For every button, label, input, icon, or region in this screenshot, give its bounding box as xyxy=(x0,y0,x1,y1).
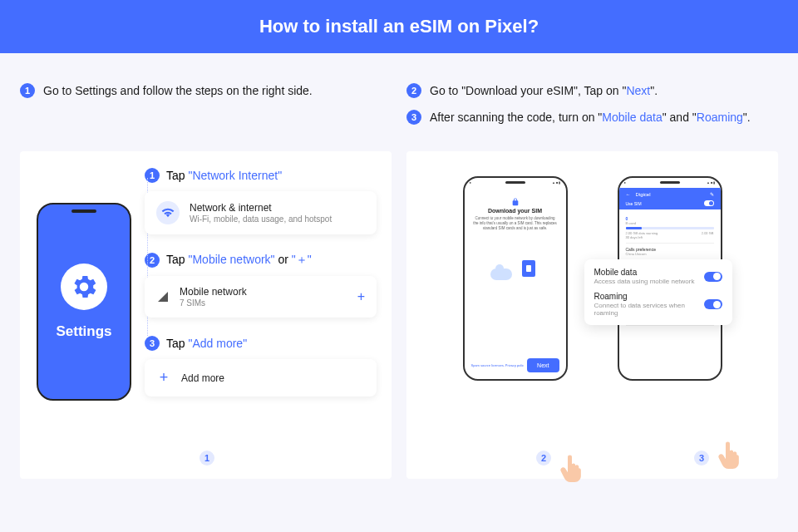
lock-icon xyxy=(511,195,520,203)
sim-graphic xyxy=(490,257,540,283)
hand-pointer-icon xyxy=(558,449,586,482)
substep-1-heading: 1 Tap "Network Internet" xyxy=(145,168,377,183)
card1-sub: Wi-Fi, mobile, data usage, and hotspot xyxy=(190,214,332,224)
substep-1: 1 Tap "Network Internet" Network & inter… xyxy=(145,168,377,234)
gear-icon xyxy=(61,264,107,310)
download-sim-desc: Connect to your mobile network by downlo… xyxy=(465,214,566,234)
card1-title: Network & internet xyxy=(190,202,332,214)
add-more-highlight: "Add more" xyxy=(188,337,247,350)
s3a: After scanning the code, turn on " xyxy=(430,111,602,124)
right-steps-text: 2 Go to "Download your eSIM", Tap on "Ne… xyxy=(406,83,778,151)
s3c: " and " xyxy=(663,111,697,124)
use-sim-label: Use SIM xyxy=(626,201,642,206)
plus-highlight: "＋" xyxy=(292,253,312,266)
tap-label-2: Tap xyxy=(166,253,188,266)
header-banner: How to install an eSIM on Pixel? xyxy=(0,0,798,53)
step-badge-3: 3 xyxy=(406,110,421,125)
roaming-title: Roaming xyxy=(594,292,704,301)
days-left: 30 days left xyxy=(626,235,714,239)
right-column: 2 Go to "Download your eSIM", Tap on "Ne… xyxy=(406,83,778,479)
toggles-popup: Mobile data Access data using mobile net… xyxy=(584,259,732,325)
s2c: ". xyxy=(650,84,658,97)
back-arrow-icon[interactable]: ← xyxy=(626,192,631,197)
sim-chip-icon xyxy=(522,260,535,277)
hand-pointer-icon-2 xyxy=(716,436,744,469)
card2-title: Mobile network xyxy=(180,286,247,298)
tap-label: Tap xyxy=(166,169,188,182)
substep-3-heading: 3 Tap "Add more" xyxy=(145,336,377,351)
s3e: ". xyxy=(743,111,751,124)
plus-left-icon: + xyxy=(156,369,171,387)
download-sim-title: Download your SIM xyxy=(465,208,566,214)
substep-2: 2 Tap "Mobile network" or "＋" Mobile net… xyxy=(145,253,377,318)
calls-pref-row[interactable]: Calls preference China Unicom xyxy=(626,244,714,260)
panel-badge-1: 1 xyxy=(200,451,214,466)
add-more-card[interactable]: + Add more xyxy=(145,359,377,397)
use-sim-toggle[interactable] xyxy=(704,200,714,206)
signal-icon xyxy=(156,290,170,303)
mobile-data-sub: Access data using mobile network xyxy=(594,278,695,285)
mock-screen-2: ●▲ ■ ▮ Download your SIM Connect to your… xyxy=(463,176,568,466)
tap-label-3: Tap xyxy=(166,337,188,350)
content-area: 1 Go to Settings and follow the steps on… xyxy=(0,53,798,479)
roaming-highlight: Roaming xyxy=(697,111,743,124)
panel-badge-3: 3 xyxy=(694,451,709,466)
substep-3: 3 Tap "Add more" + Add more xyxy=(145,336,377,397)
b-used: B used xyxy=(626,221,714,225)
mock-screen-3: ●▲ ■ ▮ ←Digicel✎ Use SIM 0 B used 2.00 G… xyxy=(618,176,722,466)
panel-badge-2: 2 xyxy=(536,451,551,466)
left-column: 1 Go to Settings and follow the steps on… xyxy=(20,83,392,479)
settings-label: Settings xyxy=(56,323,111,340)
step-badge-2: 2 xyxy=(406,83,421,98)
roaming-toggle[interactable] xyxy=(704,299,722,309)
wifi-icon xyxy=(156,201,180,224)
carrier-name: Digicel xyxy=(636,192,651,197)
mobile-network-card[interactable]: Mobile network 7 SIMs + xyxy=(145,276,377,318)
edit-icon[interactable]: ✎ xyxy=(710,191,714,197)
step-3-text: 3 After scanning the code, turn on "Mobi… xyxy=(406,110,778,125)
step-2-text: 2 Go to "Download your eSIM", Tap on "Ne… xyxy=(406,83,778,98)
step-1-text: 1 Go to Settings and follow the steps on… xyxy=(20,83,392,98)
privacy-link[interactable]: Spam source licenses. Privacy polic xyxy=(471,363,525,367)
cloud-icon xyxy=(490,268,512,280)
mobile-data-row[interactable]: Mobile data Access data using mobile net… xyxy=(594,268,722,285)
sub-steps: 1 Tap "Network Internet" Network & inter… xyxy=(145,168,382,466)
mobile-data-toggle[interactable] xyxy=(704,272,722,282)
right-panel: ●▲ ■ ▮ Download your SIM Connect to your… xyxy=(406,151,778,479)
sub-badge-3: 3 xyxy=(145,336,160,351)
phone-download-sim: ●▲ ■ ▮ Download your SIM Connect to your… xyxy=(463,176,568,381)
mobile-network-highlight: "Mobile network" xyxy=(188,253,274,266)
or-text: or xyxy=(275,253,292,266)
left-panel: Settings 1 Tap "Network Internet" Networ… xyxy=(20,151,392,479)
data-size: 2.00 GB xyxy=(702,231,714,235)
step-badge-1: 1 xyxy=(20,83,35,98)
card2-sub: 7 SIMs xyxy=(180,298,247,308)
usage-bar xyxy=(626,227,714,229)
roaming-sub: Connect to data services when roaming xyxy=(594,302,704,317)
s2a: Go to "Download your eSIM", Tap on " xyxy=(430,84,626,97)
calls-sub: China Unicom xyxy=(626,252,714,256)
next-highlight: Next xyxy=(626,84,650,97)
network-internet-card[interactable]: Network & internet Wi-Fi, mobile, data u… xyxy=(145,191,377,234)
page-title: How to install an eSIM on Pixel? xyxy=(259,16,539,37)
network-internet-highlight: "Network Internet" xyxy=(188,169,282,182)
status-bar-3: ●▲ ■ ▮ xyxy=(619,178,721,186)
settings-phone: Settings xyxy=(37,203,131,401)
mobile-data-title: Mobile data xyxy=(594,268,695,277)
status-bar-2: ●▲ ■ ▮ xyxy=(465,178,566,186)
next-button[interactable]: Next xyxy=(527,358,559,372)
roaming-row[interactable]: Roaming Connect to data services when ro… xyxy=(594,292,722,317)
plus-icon[interactable]: + xyxy=(357,289,365,304)
mobile-data-highlight: Mobile data xyxy=(602,111,662,124)
substep-2-heading: 2 Tap "Mobile network" or "＋" xyxy=(145,253,377,268)
step-1-label: Go to Settings and follow the steps on t… xyxy=(43,84,313,97)
card3-title: Add more xyxy=(181,372,224,384)
left-steps-text: 1 Go to Settings and follow the steps on… xyxy=(20,83,392,151)
